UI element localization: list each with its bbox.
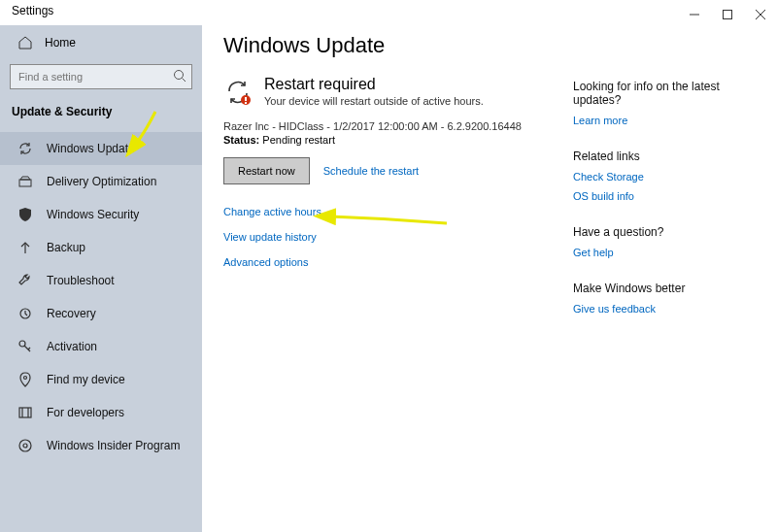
svg-point-17 [23,444,27,448]
aside-question-head: Have a question? [573,225,721,239]
feedback-link[interactable]: Give us feedback [573,303,721,315]
sidebar-item-delivery-optimization[interactable]: Delivery Optimization [0,165,202,198]
svg-point-16 [19,440,31,451]
sidebar-item-find-my-device[interactable]: Find my device [0,363,202,396]
svg-point-4 [175,71,184,80]
minimize-button[interactable] [678,4,711,25]
sidebar-item-windows-security[interactable]: Windows Security [0,198,202,231]
sidebar-item-label: Windows Insider Program [47,439,180,452]
search-input[interactable] [10,64,192,89]
home-label: Home [45,36,76,50]
aside-related-head: Related links [573,150,721,163]
sidebar-item-label: Activation [47,340,97,353]
sidebar-item-windows-update[interactable]: Windows Update [0,132,202,165]
search-container [10,64,192,89]
page-title: Windows Update [223,33,573,58]
view-update-history-link[interactable]: View update history [223,231,573,243]
category-header: Update & Security [0,101,202,132]
schedule-restart-link[interactable]: Schedule the restart [323,165,419,177]
window-controls [678,4,777,25]
close-button[interactable] [744,4,777,25]
get-help-link[interactable]: Get help [573,247,721,258]
recovery-icon [17,306,33,321]
restart-heading: Restart required [264,76,484,93]
status-label: Status: [223,134,259,146]
sync-icon [17,141,33,156]
advanced-options-link[interactable]: Advanced options [223,256,573,268]
shield-icon [17,207,33,222]
location-icon [17,372,33,387]
sidebar-item-label: Windows Security [47,208,139,221]
insider-icon [17,438,33,453]
sidebar-item-windows-insider[interactable]: Windows Insider Program [0,429,202,462]
wrench-icon [17,273,33,288]
sidebar-item-label: Recovery [47,307,96,320]
sidebar-item-for-developers[interactable]: For developers [0,396,202,429]
svg-rect-19 [245,97,247,101]
action-row: Restart now Schedule the restart [223,157,573,184]
sidebar-item-recovery[interactable]: Recovery [0,297,202,330]
titlebar: Settings [0,0,777,25]
restart-now-button[interactable]: Restart now [223,157,310,184]
home-nav[interactable]: Home [0,29,202,60]
main-panel: Windows Update Restart required [223,33,573,532]
aside-related-block: Related links Check Storage OS build inf… [573,150,721,202]
update-status-icon [223,78,253,107]
svg-point-12 [24,377,27,380]
sidebar-item-label: Troubleshoot [47,274,115,287]
maximize-button[interactable] [711,4,744,25]
search-icon [173,69,186,85]
svg-rect-1 [724,11,732,19]
content-area: Windows Update Restart required [202,25,777,532]
sidebar-item-backup[interactable]: Backup [0,231,202,264]
delivery-icon [17,174,33,189]
nav-list: Windows Update Delivery Optimization Win… [0,132,202,462]
aside-info-block: Looking for info on the latest updates? … [573,80,721,126]
svg-rect-13 [19,408,31,417]
sidebar-item-troubleshoot[interactable]: Troubleshoot [0,264,202,297]
sidebar-item-activation[interactable]: Activation [0,330,202,363]
update-status-block: Restart required Your device will restar… [223,76,573,107]
developers-icon [17,405,33,420]
aside-feedback-block: Make Windows better Give us feedback [573,282,721,315]
os-build-info-link[interactable]: OS build info [573,190,721,202]
aside-question-block: Have a question? Get help [573,225,721,258]
restart-subtext: Your device will restart outside of acti… [264,95,484,107]
svg-rect-20 [245,102,247,104]
svg-line-5 [183,79,186,83]
svg-line-11 [28,348,30,349]
sidebar-item-label: Backup [47,241,85,254]
change-active-hours-link[interactable]: Change active hours [223,206,573,217]
learn-more-link[interactable]: Learn more [573,115,721,126]
status-value: Pending restart [262,134,335,146]
home-icon [17,35,33,50]
aside-better-head: Make Windows better [573,282,721,295]
aside-panel: Looking for info on the latest updates? … [573,33,738,532]
sidebar: Home Update & Security Windows Update De… [0,25,202,532]
key-icon [17,339,33,354]
aside-info-head: Looking for info on the latest updates? [573,80,721,107]
update-info-line: Razer Inc - HIDClass - 1/2/2017 12:00:00… [223,120,573,132]
check-storage-link[interactable]: Check Storage [573,171,721,183]
sidebar-item-label: Find my device [47,373,125,386]
sidebar-item-label: Delivery Optimization [47,175,156,188]
sidebar-item-label: Windows Update [47,142,135,155]
svg-rect-6 [19,180,31,186]
window-title: Settings [12,4,53,17]
backup-icon [17,240,33,255]
status-line: Status: Pending restart [223,134,573,146]
sidebar-item-label: For developers [47,406,124,419]
